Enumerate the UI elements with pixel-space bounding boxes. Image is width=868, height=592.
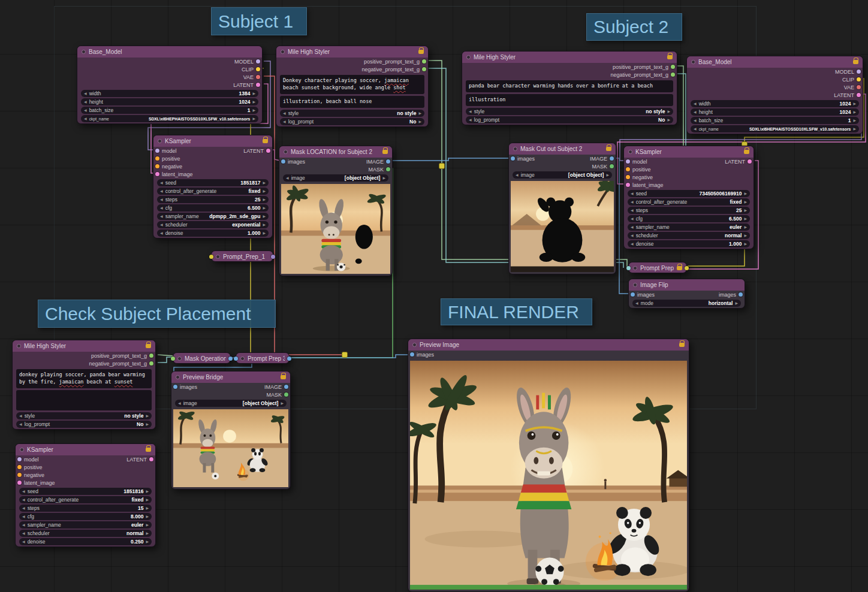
lock-icon[interactable] [418, 50, 424, 54]
node-image-flip[interactable]: Image Flipimagesimages◀modehorizontal▶ [628, 279, 745, 309]
input-dot-icon[interactable] [281, 159, 285, 164]
node-preview-bridge[interactable]: Preview BridgeimagesIMAGEMASK◀image[obje… [171, 371, 291, 490]
widget-right-arrow-icon[interactable]: ▶ [263, 231, 266, 235]
widget-image[interactable]: ◀image[object Object]▶ [513, 171, 612, 179]
input-slot-latent_image[interactable]: latent_image [626, 182, 664, 188]
output-dot-icon[interactable] [256, 75, 260, 79]
output-dot-icon[interactable] [857, 85, 861, 89]
widget-denoise[interactable]: ◀denoise0.250▶ [19, 538, 152, 545]
input-slot-negative[interactable]: negative [155, 164, 182, 170]
lock-icon[interactable] [853, 60, 858, 64]
prompt-textarea[interactable]: illustration, beach ball nose [280, 96, 424, 108]
output-slot-IMAGE[interactable]: IMAGE [590, 156, 614, 162]
node-mask-location[interactable]: Mask LOCATION for Subject 2imagesIMAGEMA… [279, 146, 393, 276]
widget-cfg[interactable]: ◀cfg6.500▶ [157, 204, 269, 212]
collapse-toggle-icon[interactable] [177, 357, 182, 361]
widget-scheduler[interactable]: ◀schedulerexponential▶ [157, 221, 269, 228]
image-preview[interactable] [281, 184, 390, 274]
input-dot-icon[interactable] [511, 156, 515, 161]
output-slot-LATENT[interactable]: LATENT [233, 82, 260, 88]
input-slot-images[interactable]: images [511, 156, 535, 162]
node-prompt-prep-1[interactable]: Prompt_Prep_1 [211, 250, 273, 262]
input-dot-icon[interactable] [626, 167, 630, 171]
node-header[interactable]: Preview Image [408, 339, 689, 351]
output-slot-LATENT[interactable]: LATENT [126, 457, 153, 463]
widget-left-arrow-icon[interactable]: ◀ [631, 192, 634, 195]
widget-right-arrow-icon[interactable]: ▶ [853, 110, 856, 114]
output-slot-IMAGE[interactable]: IMAGE [366, 159, 390, 165]
collapse-toggle-icon[interactable] [691, 60, 695, 64]
node-header[interactable]: Prompt Prep 3 [236, 353, 289, 364]
output-dot-icon[interactable] [857, 70, 861, 74]
widget-seed[interactable]: ◀seed734505006169910▶ [628, 190, 750, 197]
widget-right-arrow-icon[interactable]: ▶ [252, 92, 255, 95]
output-dot-icon[interactable] [610, 164, 614, 168]
collapse-toggle-icon[interactable] [20, 448, 24, 452]
lock-icon[interactable] [263, 139, 268, 143]
widget-denoise[interactable]: ◀denoise1.000▶ [628, 240, 750, 247]
lock-icon[interactable] [606, 147, 611, 151]
output-dot-icon[interactable] [671, 65, 675, 69]
left-slot-dot[interactable] [626, 266, 631, 270]
input-slot-positive[interactable]: positive [626, 167, 651, 173]
widget-control_after_generate[interactable]: ◀control_after_generatefixed▶ [157, 188, 269, 195]
node-header[interactable]: Mask LOCATION for Subject 2 [279, 146, 392, 158]
input-dot-icon[interactable] [17, 481, 22, 485]
widget-left-arrow-icon[interactable]: ◀ [160, 223, 163, 226]
widget-left-arrow-icon[interactable]: ◀ [22, 498, 25, 502]
widget-left-arrow-icon[interactable]: ◀ [22, 531, 25, 535]
node-styler-1[interactable]: Mile High Stylerpositive_prompt_text_gne… [276, 46, 429, 127]
widget-left-arrow-icon[interactable]: ◀ [160, 206, 163, 210]
widget-control_after_generate[interactable]: ◀control_after_generatefixed▶ [628, 198, 750, 206]
output-slot-MODEL[interactable]: MODEL [835, 69, 861, 75]
widget-left-arrow-icon[interactable]: ◀ [22, 515, 25, 518]
node-base-model-1[interactable]: Base_ModelMODELCLIPVAELATENT◀width1384▶◀… [77, 46, 263, 124]
output-dot-icon[interactable] [266, 149, 270, 153]
widget-style[interactable]: ◀styleno style▶ [466, 108, 673, 115]
node-header[interactable]: KSampler [624, 146, 754, 158]
node-mask-operations[interactable]: Mask Operations [173, 352, 231, 364]
widget-left-arrow-icon[interactable]: ◀ [631, 200, 634, 204]
lock-icon[interactable] [677, 266, 682, 270]
widget-right-arrow-icon[interactable]: ▶ [146, 531, 149, 535]
node-ksampler-3[interactable]: KSamplermodelLATENTpositivenegativelaten… [15, 443, 156, 547]
output-slot-CLIP[interactable]: CLIP [242, 67, 260, 73]
node-header[interactable]: Preview Bridge [171, 371, 290, 383]
output-slot-positive_prompt_text_g[interactable]: positive_prompt_text_g [364, 59, 426, 65]
group-title-check-subject-placement[interactable]: Check Subject Placement [38, 300, 276, 328]
node-prompt-prep-2[interactable]: Prompt Prep 2 [628, 262, 687, 273]
group-title-final-render[interactable]: FINAL RENDER [441, 298, 592, 325]
collapse-toggle-icon[interactable] [240, 357, 245, 361]
widget-left-arrow-icon[interactable]: ◀ [19, 422, 22, 426]
input-dot-icon[interactable] [173, 385, 177, 389]
left-slot-dot[interactable] [234, 357, 238, 361]
widget-sampler_name[interactable]: ◀sampler_nameeuler▶ [628, 223, 750, 231]
output-dot-icon[interactable] [149, 361, 153, 366]
collapse-toggle-icon[interactable] [633, 266, 637, 270]
widget-ckpt_name[interactable]: ◀ckpt_nameSDXL\xl6HEPHAISTOSSD10XLSFW_v1… [81, 115, 258, 122]
widget-steps[interactable]: ◀steps25▶ [157, 196, 269, 203]
output-slot-VAE[interactable]: VAE [844, 84, 861, 90]
output-dot-icon[interactable] [386, 167, 390, 171]
output-slot-MODEL[interactable]: MODEL [234, 59, 260, 65]
widget-left-arrow-icon[interactable]: ◀ [160, 231, 163, 235]
output-slot-LATENT[interactable]: LATENT [243, 148, 270, 154]
widget-seed[interactable]: ◀seed1851817▶ [157, 179, 269, 186]
output-slot-MASK[interactable]: MASK [266, 392, 288, 398]
input-slot-negative[interactable]: negative [17, 472, 44, 478]
widget-left-arrow-icon[interactable]: ◀ [160, 181, 163, 185]
widget-right-arrow-icon[interactable]: ▶ [263, 206, 266, 210]
input-dot-icon[interactable] [17, 465, 22, 469]
reroute-node[interactable] [439, 164, 445, 169]
widget-left-arrow-icon[interactable]: ◀ [283, 111, 286, 115]
input-dot-icon[interactable] [17, 473, 22, 477]
widget-sampler_name[interactable]: ◀sampler_namedpmpp_2m_sde_gpu▶ [157, 213, 269, 220]
collapse-toggle-icon[interactable] [633, 283, 637, 287]
widget-sampler_name[interactable]: ◀sampler_nameeuler▶ [19, 521, 152, 528]
widget-right-arrow-icon[interactable]: ▶ [146, 490, 149, 493]
widget-left-arrow-icon[interactable]: ◀ [22, 523, 25, 527]
widget-left-arrow-icon[interactable]: ◀ [84, 108, 87, 112]
input-slot-negative[interactable]: negative [626, 174, 653, 180]
prompt-textarea[interactable]: panda bear character warming hands over … [466, 80, 673, 92]
lock-icon[interactable] [679, 343, 685, 347]
